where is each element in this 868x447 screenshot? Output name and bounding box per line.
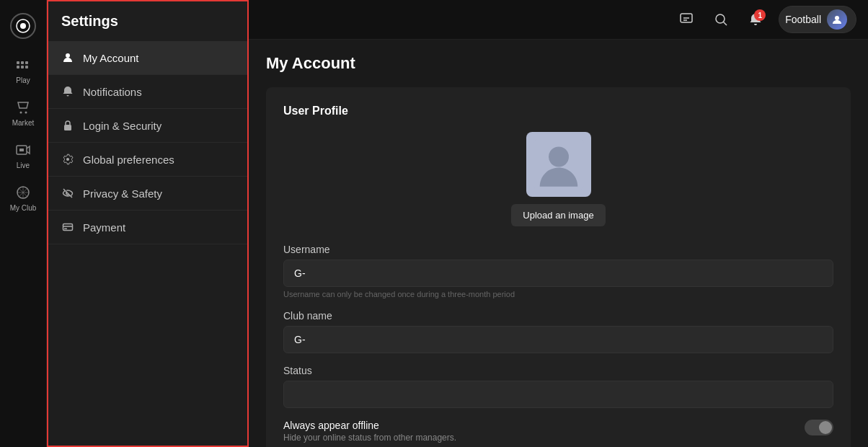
play-label: Play (16, 76, 30, 84)
top-header: 1 Football (249, 0, 868, 40)
logo (10, 13, 36, 39)
svg-rect-6 (21, 66, 24, 68)
menu-login-security[interactable]: Login & Security (48, 109, 247, 143)
menu-payment-label: Payment (83, 221, 125, 234)
user-pill[interactable]: Football (779, 6, 856, 33)
nav-play[interactable]: Play (0, 49, 46, 92)
avatar-section: Upload an image (283, 132, 833, 226)
search-icon[interactable] (709, 8, 732, 31)
svg-point-13 (66, 53, 70, 58)
status-input[interactable] (283, 381, 833, 408)
chat-icon[interactable] (675, 8, 698, 31)
status-group: Status (283, 365, 833, 408)
header-username: Football (785, 14, 821, 25)
svg-rect-4 (25, 61, 28, 64)
icon-nav: Play Market Live My Club (0, 0, 47, 447)
svg-point-1 (20, 23, 26, 29)
menu-my-account[interactable]: My Account (48, 41, 247, 75)
club-name-input[interactable] (283, 326, 833, 353)
always-offline-desc: Hide your online status from other manag… (283, 433, 456, 443)
market-label: Market (12, 119, 35, 127)
section-title: User Profile (283, 105, 833, 118)
nav-market[interactable]: Market (0, 92, 46, 134)
username-group: Username Username can only be changed on… (283, 244, 833, 298)
svg-rect-2 (17, 61, 19, 64)
lock-icon (61, 119, 74, 132)
avatar-container (526, 132, 591, 197)
live-icon (14, 141, 32, 159)
myclub-icon (14, 184, 32, 201)
menu-login-security-label: Login & Security (83, 120, 161, 132)
svg-rect-7 (25, 66, 28, 68)
always-offline-title: Always appear offline (283, 420, 456, 431)
svg-rect-3 (21, 61, 24, 64)
menu-global-preferences[interactable]: Global preferences (48, 143, 247, 177)
bell-icon (61, 85, 74, 98)
club-name-group: Club name (283, 310, 833, 353)
svg-point-21 (549, 147, 569, 167)
market-icon (14, 99, 32, 116)
settings-title: Settings (48, 1, 247, 41)
menu-notifications-label: Notifications (83, 86, 142, 98)
nav-myclub[interactable]: My Club (0, 177, 46, 219)
person-icon (61, 51, 74, 64)
gear-icon (61, 153, 74, 166)
settings-sidebar: Settings My Account Notifications L (47, 0, 249, 447)
menu-notifications[interactable]: Notifications (48, 75, 247, 109)
play-icon (14, 56, 32, 74)
live-label: Live (17, 161, 30, 169)
myclub-label: My Club (10, 204, 37, 212)
always-offline-toggle[interactable] (805, 420, 833, 435)
svg-point-18 (716, 14, 725, 23)
main-content: 1 Football My Account User Profile (249, 0, 868, 447)
menu-payment[interactable]: Payment (48, 211, 247, 244)
username-label: Username (283, 244, 833, 255)
nav-live[interactable]: Live (0, 134, 46, 177)
svg-rect-11 (19, 149, 24, 151)
notification-count: 1 (754, 9, 766, 21)
svg-rect-15 (63, 224, 73, 231)
avatar-placeholder (533, 139, 584, 190)
club-name-label: Club name (283, 310, 833, 322)
svg-point-8 (20, 112, 22, 114)
menu-global-preferences-label: Global preferences (83, 154, 174, 166)
eye-off-icon (61, 187, 74, 200)
svg-point-9 (25, 112, 27, 114)
status-label: Status (283, 365, 833, 376)
menu-privacy-safety-label: Privacy & Safety (83, 187, 162, 200)
always-offline-row: Always appear offline Hide your online s… (283, 420, 833, 443)
profile-card: User Profile Upload an image Username Us… (266, 87, 851, 447)
page-content: My Account User Profile Upload an image … (249, 40, 868, 447)
svg-point-19 (835, 16, 839, 20)
username-input[interactable] (283, 260, 833, 287)
username-hint: Username can only be changed once during… (283, 290, 833, 298)
always-offline-text: Always appear offline Hide your online s… (283, 420, 456, 443)
svg-rect-14 (64, 125, 71, 130)
card-icon (61, 221, 74, 234)
page-title: My Account (266, 54, 851, 73)
upload-image-button[interactable]: Upload an image (511, 204, 605, 226)
user-avatar (827, 9, 847, 30)
menu-privacy-safety[interactable]: Privacy & Safety (48, 177, 247, 211)
notifications-icon[interactable]: 1 (744, 8, 767, 31)
nav-home[interactable] (0, 7, 46, 49)
svg-rect-16 (64, 229, 67, 230)
svg-rect-5 (17, 66, 19, 68)
menu-my-account-label: My Account (83, 52, 139, 64)
